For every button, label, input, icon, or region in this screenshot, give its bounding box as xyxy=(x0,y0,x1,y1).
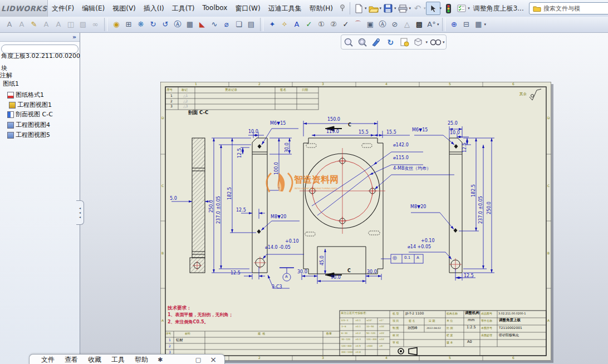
format-sketch-icon[interactable]: ✦ xyxy=(266,18,278,31)
display-style-icon[interactable] xyxy=(429,37,442,48)
alert-icon[interactable]: △ xyxy=(401,18,413,31)
background-menu-3[interactable]: 收藏 xyxy=(83,355,106,364)
background-menu-5[interactable]: 帮助 xyxy=(130,355,153,364)
tree-item-9[interactable]: 工程图视图5 xyxy=(7,131,50,139)
rotate-icon[interactable]: ↻ xyxy=(147,18,159,31)
datum-note-icon[interactable]: A xyxy=(40,18,52,31)
background-menu-1[interactable]: 文件 xyxy=(36,355,60,364)
pin-icon[interactable] xyxy=(339,3,346,14)
menu-item-4[interactable]: 插入(I) xyxy=(140,4,168,13)
redraw-icon[interactable] xyxy=(398,37,410,48)
link-note-icon[interactable]: ∞ xyxy=(89,18,101,31)
view-orientation-icon[interactable] xyxy=(412,37,424,48)
menu-item-3[interactable]: 视图(V) xyxy=(109,4,140,13)
menu-bar: LIDWORKS 文件(F)编辑(E)视图(V)插入(I)工具(T)Toolbo… xyxy=(0,0,608,17)
spell-check-icon[interactable]: ✓ xyxy=(303,18,315,31)
spline-note-icon[interactable]: ∿ xyxy=(208,18,220,31)
no-entity-icon[interactable]: ⊘ xyxy=(389,18,401,31)
new-document-button[interactable] xyxy=(352,2,365,14)
view-heads-up-toolbar: ↻ ▾ ▾ xyxy=(341,35,447,50)
panel-tab-strip: » xyxy=(0,32,80,42)
options-dropdown-caret[interactable]: ▾ xyxy=(468,6,470,11)
drawing-view2-icon xyxy=(7,132,14,139)
drawing-sheet[interactable]: 123456123456DCBADCBA序号标记更改记录签名日期123△1△2△… xyxy=(160,82,551,361)
tree-item-8[interactable]: 工程图视图4 xyxy=(7,121,50,129)
cell-format-icon[interactable]: ▣ xyxy=(364,18,376,31)
options-button[interactable] xyxy=(455,2,468,14)
zoom-area-icon[interactable] xyxy=(356,37,369,48)
background-menu-2[interactable]: 查看 xyxy=(60,355,83,364)
area-hatch-icon[interactable]: ▨ xyxy=(77,18,89,31)
tree-item-3[interactable]: 注解 xyxy=(0,71,12,80)
background-window-menus: 文件查看收藏工具帮助 xyxy=(36,355,153,364)
lock-note-icon[interactable]: ◫ xyxy=(65,18,77,31)
feature-manager-panel: » 角度上板3.02.211.00.0200块注解图纸1图纸格式1工程图视图1剖… xyxy=(0,32,80,364)
format-painter-icon[interactable]: ✎ xyxy=(28,18,40,31)
balloon-icon[interactable]: ◉ xyxy=(110,18,122,31)
text-angle-icon[interactable]: A° xyxy=(425,18,438,31)
tree-item-5[interactable]: 图纸格式1 xyxy=(7,91,44,99)
tree-item-label: 角度上板3.02.211.00.0200 xyxy=(1,52,80,60)
model-items-icon[interactable]: ▦ xyxy=(184,18,196,31)
text-angle-icon-caret[interactable]: ▾ xyxy=(437,22,439,27)
step-rotate-icon[interactable]: ↺ xyxy=(159,18,171,31)
display-style-caret[interactable]: ▾ xyxy=(443,40,445,45)
tree-item-1[interactable]: 角度上板3.02.211.00.0200 xyxy=(1,52,80,60)
separator xyxy=(350,2,350,14)
favorites-star-icon[interactable]: ✱ xyxy=(153,356,167,363)
menu-item-7[interactable]: 窗口(W) xyxy=(231,4,264,13)
block-note-icon[interactable]: A xyxy=(52,18,65,31)
section-view-icon xyxy=(7,111,14,118)
restore-window-icon[interactable]: ▢ xyxy=(191,356,205,363)
background-menu-4[interactable]: 工具 xyxy=(106,355,130,364)
smart-dimension-icon[interactable]: Ⓐ xyxy=(171,18,184,31)
find-icon[interactable]: ① xyxy=(315,18,327,31)
panel-expand-button[interactable]: » xyxy=(72,34,76,40)
menu-item-2[interactable]: 编辑(E) xyxy=(78,4,109,13)
fill-hatch-icon[interactable]: ▩ xyxy=(413,18,425,31)
balloon-note-icon[interactable]: A xyxy=(16,18,28,31)
close-window-icon[interactable]: × xyxy=(205,355,221,364)
layout-table-icon[interactable]: ▤ xyxy=(245,18,257,31)
tree-item-label: 注解 xyxy=(0,71,12,80)
font-icon[interactable]: A xyxy=(291,18,303,31)
save-button[interactable] xyxy=(381,2,395,14)
print-button[interactable] xyxy=(396,2,410,14)
align-grid-icon[interactable]: ⊟ xyxy=(460,18,473,31)
zoom-selection-icon[interactable] xyxy=(370,37,383,48)
select-arrow-button[interactable] xyxy=(426,2,440,15)
hole-callout-icon[interactable]: ⌀ xyxy=(220,18,233,31)
menu-item-8[interactable]: 迈迪工具集 xyxy=(264,4,306,13)
sheet-format-icon xyxy=(7,92,14,99)
verify-icon[interactable]: ✓ xyxy=(340,18,352,31)
open-button[interactable] xyxy=(367,2,380,14)
menu-item-5[interactable]: 工具(T) xyxy=(168,4,199,13)
table-icon-caret[interactable]: ▾ xyxy=(484,22,487,27)
style-icon[interactable]: ✧ xyxy=(278,18,291,31)
arc-note-icon[interactable]: ⌒ xyxy=(352,18,364,31)
menu-item-6[interactable]: Toolbox xyxy=(198,4,231,13)
origin-icon[interactable]: ⊕ xyxy=(448,18,460,31)
search-box[interactable]: 搜索文件与模 xyxy=(529,2,608,14)
collapse-arrows-icon: ◂◂◂ xyxy=(79,206,81,219)
note-icon[interactable]: A xyxy=(3,18,16,31)
replace-icon[interactable]: ② xyxy=(327,18,340,31)
stacked-balloon-icon[interactable]: ⊞ xyxy=(122,18,135,31)
zoom-fit-icon[interactable] xyxy=(342,37,355,48)
rotate-view-icon[interactable]: ↻ xyxy=(384,37,396,48)
caption-icon[interactable]: Ⓐ xyxy=(376,18,389,31)
table-icon[interactable]: ▦ xyxy=(473,18,485,31)
red-flag-icon[interactable]: ◣ xyxy=(196,18,208,31)
panel-splitter-handle[interactable]: ◂◂◂ xyxy=(76,200,84,225)
tree-item-4[interactable]: 图纸1 xyxy=(3,80,19,88)
view-palette-icon[interactable]: ❏ xyxy=(233,18,245,31)
tree-item-6[interactable]: 工程图视图1 xyxy=(9,101,52,109)
performance-traffic-light-icon[interactable] xyxy=(442,2,455,14)
menu-item-1[interactable]: 文件(F) xyxy=(48,4,78,13)
paint-splash-icon[interactable]: ❋ xyxy=(135,18,147,31)
tree-item-7[interactable]: 剖面视图 C-C xyxy=(7,110,53,119)
tree-item-label: 剖面视图 C-C xyxy=(16,110,53,119)
view-orientation-caret[interactable]: ▾ xyxy=(425,40,428,45)
undo-button[interactable]: ↶ xyxy=(411,2,424,14)
menu-item-9[interactable]: 帮助(H) xyxy=(306,4,337,13)
